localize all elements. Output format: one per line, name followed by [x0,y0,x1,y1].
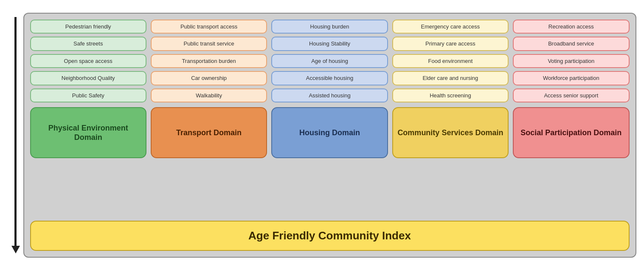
index-bar: Age Friendly Community Index [30,221,630,251]
indicator-card: Car ownership [151,71,267,85]
indicator-card: Food environment [392,54,509,68]
indicator-card: Public Safety [30,88,146,103]
domain-col-housing: Housing burdenHousing StabilityAge of ho… [271,20,388,215]
indicator-card: Accessible housing [271,71,388,85]
indicator-card: Neighborhood Quality [30,71,146,85]
indicator-card: Public transit service [151,37,267,51]
indicator-card: Housing burden [271,20,388,34]
domain-label-transport: Transport Domain [151,107,267,158]
indicator-card: Voting participation [513,54,629,68]
main-area: Pedestrian friendlySafe streetsOpen spac… [23,13,636,258]
arrow-line [14,17,18,253]
indicator-card: Elder care and nursing [392,71,509,85]
outer-wrapper: Pedestrian friendlySafe streetsOpen spac… [8,8,636,263]
indicator-card: Housing Stability [271,37,388,51]
domain-label-housing: Housing Domain [271,107,388,158]
domain-col-community: Emergency care accessPrimary care access… [392,20,509,215]
indicator-card: Open space access [30,54,146,68]
indicator-card: Pedestrian friendly [30,20,146,34]
indicator-card: Transportation burden [151,54,267,68]
domain-label-physical: Physical Environment Domain [30,107,146,158]
indicator-card: Safe streets [30,37,146,51]
domain-col-physical: Pedestrian friendlySafe streetsOpen spac… [30,20,146,215]
indicator-card: Public transport access [151,20,267,34]
indicator-card: Assisted housing [271,88,388,103]
indicator-card: Primary care access [392,37,509,51]
domain-label-community: Community Services Domain [392,107,509,158]
indicator-card: Workforce participation [513,71,629,85]
arrow-column [8,13,23,258]
domain-label-social: Social Participation Domain [513,107,629,158]
indicator-card: Age of housing [271,54,388,68]
domain-col-transport: Public transport accessPublic transit se… [151,20,267,215]
indicator-card: Walkability [151,88,267,103]
indicator-card: Recreation access [513,20,629,34]
indicator-card: Emergency care access [392,20,509,34]
indicator-card: Access senior support [513,88,629,103]
arrow-shaft [14,17,17,246]
domain-col-social: Recreation accessBroadband serviceVoting… [513,20,629,215]
domains-row: Pedestrian friendlySafe streetsOpen spac… [30,20,630,215]
indicator-card: Broadband service [513,37,629,51]
indicator-card: Health screening [392,88,509,103]
arrow-head [11,246,20,253]
